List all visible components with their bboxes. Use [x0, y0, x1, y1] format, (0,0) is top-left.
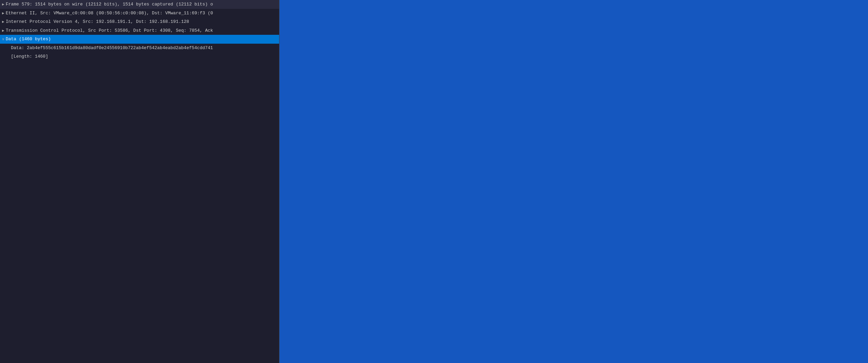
- tree-arrow-ip: ▶: [2, 19, 4, 25]
- tree-text-data: Data (1460 bytes): [6, 36, 51, 43]
- tree-arrow-frame: ▶: [2, 2, 4, 8]
- tree-item-ethernet[interactable]: ▶Ethernet II, Src: VMware_c0:00:08 (00:5…: [0, 9, 279, 18]
- tree-item-data-value[interactable]: Data: 2ab4ef555c615b161d9da80dadf0e24556…: [0, 44, 279, 53]
- tree-item-tcp[interactable]: ▶Transmission Control Protocol, Src Port…: [0, 26, 279, 35]
- hex-dump-panel: [279, 0, 868, 363]
- tree-text-data-value: Data: 2ab4ef555c615b161d9da80dadf0e24556…: [11, 45, 213, 52]
- tree-item-ip[interactable]: ▶Internet Protocol Version 4, Src: 192.1…: [0, 17, 279, 26]
- tree-text-ethernet: Ethernet II, Src: VMware_c0:00:08 (00:50…: [6, 10, 213, 17]
- packet-tree-panel: ▶Frame 579: 1514 bytes on wire (12112 bi…: [0, 0, 279, 363]
- tree-arrow-data: ∨: [2, 37, 4, 42]
- tree-item-data[interactable]: ∨Data (1460 bytes): [0, 35, 279, 44]
- tree-arrow-ethernet: ▶: [2, 11, 4, 16]
- hex-rows-container[interactable]: [279, 0, 868, 363]
- tree-item-frame[interactable]: ▶Frame 579: 1514 bytes on wire (12112 bi…: [0, 0, 279, 9]
- tree-item-data-length[interactable]: [Length: 1460]: [0, 52, 279, 61]
- tree-text-tcp: Transmission Control Protocol, Src Port:…: [6, 27, 213, 34]
- tree-arrow-tcp: ▶: [2, 28, 4, 34]
- tree-text-ip: Internet Protocol Version 4, Src: 192.16…: [6, 18, 189, 25]
- tree-text-frame: Frame 579: 1514 bytes on wire (12112 bit…: [6, 1, 213, 8]
- tree-text-data-length: [Length: 1460]: [11, 53, 48, 60]
